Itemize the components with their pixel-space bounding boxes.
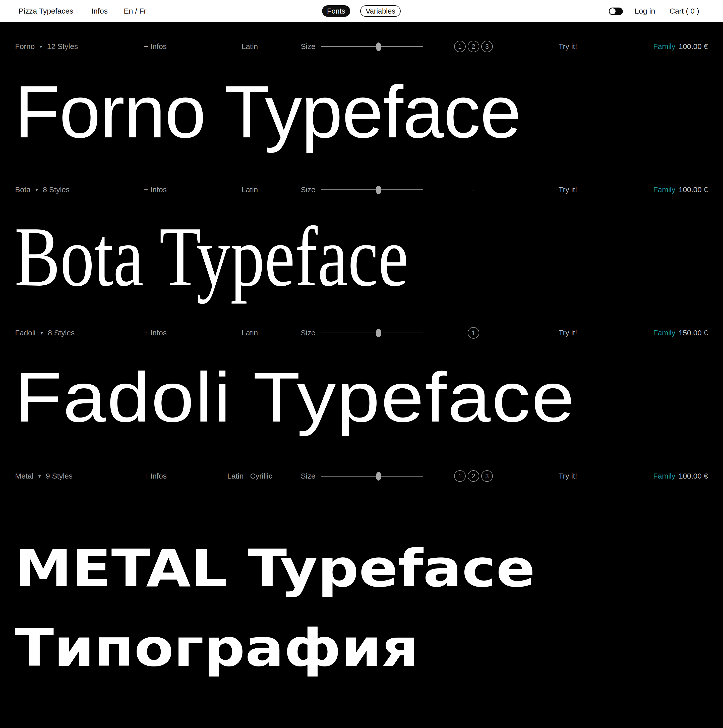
family-name: Bota — [15, 185, 31, 194]
family-buy-link[interactable]: Family — [653, 472, 675, 480]
slider-track[interactable] — [321, 476, 423, 477]
preview-text-forno[interactable]: Forno Typeface — [15, 75, 521, 149]
weight-selector: 1 2 3 — [454, 471, 493, 481]
infos-button[interactable]: + Infos — [144, 471, 167, 481]
family-name: Forno — [15, 42, 35, 51]
chevron-down-icon: ▼ — [40, 331, 44, 336]
script-latin: Latin — [227, 472, 244, 480]
size-label: Size — [301, 41, 315, 52]
size-slider[interactable] — [321, 471, 423, 481]
weight-selector: - — [472, 185, 475, 195]
script-latin: Latin — [241, 329, 258, 337]
script-cyrillic: Cyrillic — [250, 472, 272, 480]
family-row-bota-meta: Bota ▼ 8 Styles + Infos Latin Size - Try… — [0, 185, 723, 195]
preview-text-metal[interactable]: METAL Typeface Типография — [15, 529, 535, 688]
language-switch[interactable]: En / Fr — [124, 0, 146, 22]
weight-button-2[interactable]: 2 — [468, 41, 479, 52]
weight-selector: 1 2 3 — [454, 41, 493, 52]
slider-track[interactable] — [321, 46, 423, 47]
script-latin: Latin — [241, 185, 258, 194]
family-name: Fadoli — [15, 329, 36, 337]
family-buy-link[interactable]: Family — [653, 329, 675, 337]
slider-track[interactable] — [321, 190, 423, 190]
slider-knob[interactable] — [376, 186, 381, 194]
buy-family[interactable]: Family 150.00 € — [653, 328, 708, 338]
buy-family[interactable]: Family 100.00 € — [653, 185, 708, 195]
brand-link[interactable]: Pizza Typefaces — [18, 0, 73, 22]
scripts-labels: Latin — [241, 41, 258, 52]
weight-selector: 1 — [468, 328, 479, 338]
tab-fonts[interactable]: Fonts — [322, 5, 350, 17]
scripts-labels: Latin — [241, 328, 258, 338]
family-buy-link[interactable]: Family — [653, 42, 675, 51]
size-slider[interactable] — [321, 328, 423, 338]
slider-knob[interactable] — [376, 329, 381, 337]
family-dropdown-forno[interactable]: Forno ▼ 12 Styles — [15, 41, 78, 52]
family-price: 150.00 € — [679, 329, 708, 337]
chevron-down-icon: ▼ — [37, 474, 42, 479]
try-it-button[interactable]: Try it! — [558, 471, 577, 481]
buy-family[interactable]: Family 100.00 € — [653, 41, 708, 52]
size-slider[interactable] — [321, 185, 423, 195]
family-price: 100.00 € — [679, 42, 708, 51]
chevron-down-icon: ▼ — [35, 188, 39, 193]
preview-text-fadoli[interactable]: Fadoli Typeface — [15, 362, 576, 432]
family-price: 100.00 € — [679, 185, 708, 194]
slider-knob[interactable] — [376, 43, 381, 51]
theme-toggle[interactable] — [609, 8, 623, 15]
theme-toggle-knob-icon — [610, 8, 616, 14]
weight-button-1[interactable]: 1 — [454, 41, 466, 52]
weight-button-1[interactable]: 1 — [468, 327, 479, 339]
family-name: Metal — [15, 472, 34, 480]
weights-placeholder: - — [472, 185, 475, 194]
nav-infos[interactable]: Infos — [92, 0, 108, 22]
family-row-metal-meta: Metal ▼ 9 Styles + Infos Latin Cyrillic … — [0, 471, 723, 481]
family-dropdown-metal[interactable]: Metal ▼ 9 Styles — [15, 471, 73, 481]
infos-button[interactable]: + Infos — [144, 185, 167, 195]
family-price: 100.00 € — [679, 472, 708, 480]
fonts-page: Pizza Typefaces Infos En / Fr Fonts Vari… — [0, 0, 723, 728]
preview-text-bota[interactable]: Bota Typeface — [15, 214, 409, 300]
styles-count: 8 Styles — [43, 185, 70, 194]
preview-line-latin[interactable]: METAL Typeface — [15, 529, 535, 609]
try-it-button[interactable]: Try it! — [558, 185, 577, 195]
infos-button[interactable]: + Infos — [144, 41, 167, 52]
login-link[interactable]: Log in — [635, 0, 655, 22]
try-it-button[interactable]: Try it! — [558, 328, 577, 338]
family-row-forno-meta: Forno ▼ 12 Styles + Infos Latin Size 1 2… — [0, 41, 723, 52]
size-slider[interactable] — [321, 41, 423, 52]
scripts-labels: Latin — [241, 185, 258, 195]
styles-count: 9 Styles — [46, 472, 73, 480]
styles-count: 8 Styles — [48, 329, 75, 337]
header: Pizza Typefaces Infos En / Fr Fonts Vari… — [0, 0, 723, 22]
weight-button-3[interactable]: 3 — [481, 41, 493, 52]
infos-button[interactable]: + Infos — [144, 328, 167, 338]
buy-family[interactable]: Family 100.00 € — [653, 471, 708, 481]
family-dropdown-fadoli[interactable]: Fadoli ▼ 8 Styles — [15, 328, 75, 338]
weight-button-3[interactable]: 3 — [481, 470, 493, 482]
size-label: Size — [301, 185, 315, 195]
family-row-fadoli-meta: Fadoli ▼ 8 Styles + Infos Latin Size 1 T… — [0, 328, 723, 338]
try-it-button[interactable]: Try it! — [558, 41, 577, 52]
scripts-labels: Latin Cyrillic — [227, 471, 272, 481]
slider-track[interactable] — [321, 333, 423, 333]
script-latin: Latin — [241, 42, 258, 51]
family-buy-link[interactable]: Family — [653, 185, 675, 194]
cart-link[interactable]: Cart ( 0 ) — [670, 0, 699, 22]
weight-button-2[interactable]: 2 — [468, 470, 479, 482]
preview-line-cyrillic[interactable]: Типография — [15, 609, 535, 688]
size-label: Size — [301, 471, 315, 481]
weight-button-1[interactable]: 1 — [454, 470, 466, 482]
styles-count: 12 Styles — [47, 42, 78, 51]
family-dropdown-bota[interactable]: Bota ▼ 8 Styles — [15, 185, 70, 195]
size-label: Size — [301, 328, 315, 338]
chevron-down-icon: ▼ — [39, 44, 43, 49]
slider-knob[interactable] — [376, 472, 381, 480]
tab-variables[interactable]: Variables — [360, 5, 401, 17]
